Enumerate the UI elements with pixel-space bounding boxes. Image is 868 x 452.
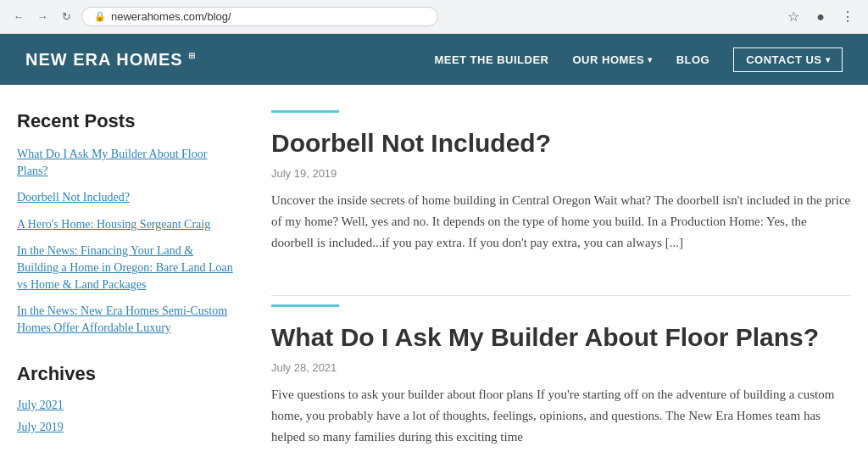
site-header: NEW ERA HOMES ⊞ MEET THE BUILDER OUR HOM…: [0, 34, 868, 85]
sidebar-post-link-0[interactable]: What Do I Ask My Builder About Floor Pla…: [17, 146, 237, 179]
sidebar-post-link-1[interactable]: Doorbell Not Included?: [17, 189, 237, 206]
sidebar-post-link-2[interactable]: A Hero's Home: Housing Sergeant Craig: [17, 216, 237, 233]
post-divider-0: [271, 110, 339, 113]
blog-post-0: Doorbell Not Included? July 19, 2019 Unc…: [271, 110, 851, 270]
nav-contact-us[interactable]: CONTACT US ▾: [733, 47, 843, 72]
nav-our-homes[interactable]: OUR HOMES ▾: [573, 53, 653, 66]
sidebar: Recent Posts What Do I Ask My Builder Ab…: [17, 110, 237, 452]
post-title-1[interactable]: What Do I Ask My Builder About Floor Pla…: [271, 322, 851, 353]
blog-post-1: What Do I Ask My Builder About Floor Pla…: [271, 304, 851, 452]
archives-section: Archives July 2021 July 2019: [17, 363, 237, 434]
lock-icon: 🔒: [94, 11, 106, 22]
forward-button[interactable]: →: [34, 8, 51, 25]
nav-blog[interactable]: BLOG: [676, 53, 710, 66]
bookmark-icon[interactable]: ☆: [783, 7, 804, 27]
archive-link-0[interactable]: July 2021: [17, 399, 237, 412]
back-button[interactable]: ←: [10, 8, 27, 25]
contact-dropdown-arrow: ▾: [826, 55, 831, 64]
site-nav: MEET THE BUILDER OUR HOMES ▾ BLOG CONTAC…: [434, 47, 843, 72]
post-separator: [271, 295, 851, 296]
post-date-0: July 19, 2019: [271, 167, 851, 180]
reload-button[interactable]: ↻: [58, 8, 75, 25]
archive-link-1[interactable]: July 2019: [17, 421, 237, 434]
blog-content: Doorbell Not Included? July 19, 2019 Unc…: [271, 110, 851, 452]
sidebar-post-link-3[interactable]: In the News: Financing Your Land & Build…: [17, 243, 237, 293]
main-layout: Recent Posts What Do I Ask My Builder Ab…: [0, 85, 868, 452]
profile-icon[interactable]: ●: [810, 7, 831, 27]
sidebar-post-link-4[interactable]: In the News: New Era Homes Semi-Custom H…: [17, 303, 237, 336]
our-homes-dropdown-arrow: ▾: [648, 55, 653, 64]
archives-title: Archives: [17, 363, 237, 385]
post-excerpt-0: Uncover the inside secrets of home build…: [271, 190, 851, 253]
post-excerpt-1: Five questions to ask your builder about…: [271, 384, 851, 447]
recent-posts-title: Recent Posts: [17, 110, 237, 132]
post-title-0[interactable]: Doorbell Not Included?: [271, 128, 851, 159]
browser-chrome: ← → ↻ 🔒 newerahomes.com/blog/ ☆ ● ⋮: [0, 0, 868, 34]
logo-symbol: ⊞: [188, 51, 196, 60]
url-text: newerahomes.com/blog/: [111, 10, 231, 23]
nav-meet-builder[interactable]: MEET THE BUILDER: [434, 53, 548, 66]
address-bar[interactable]: 🔒 newerahomes.com/blog/: [81, 7, 438, 26]
site-logo[interactable]: NEW ERA HOMES ⊞: [25, 50, 196, 70]
post-date-1: July 28, 2021: [271, 361, 851, 374]
menu-icon[interactable]: ⋮: [837, 7, 858, 27]
post-divider-1: [271, 304, 339, 307]
